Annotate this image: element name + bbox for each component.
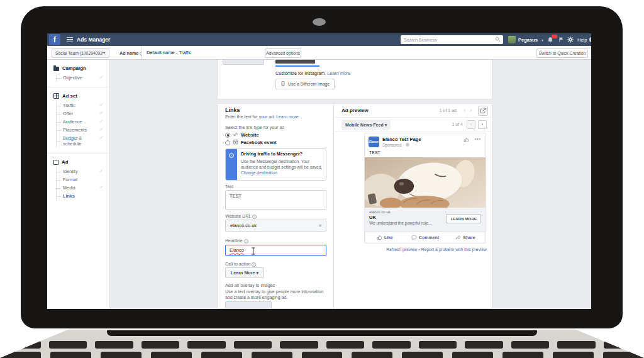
sidebar-section: Ad setTraffic✓Offer✓Audience✓Placements✓… [47, 87, 109, 153]
like-icon[interactable] [464, 137, 469, 144]
app-title: Ads Manager [77, 36, 110, 43]
ads-manager-screen: f Ads Manager Pegasus ▾ Help ? Social Te… [47, 33, 591, 309]
check-icon: ✓ [99, 127, 103, 133]
sidebar-item-offer[interactable]: Offer✓ [57, 109, 109, 118]
user-name[interactable]: Pegasus [518, 37, 538, 43]
chevron-down-icon: ▾ [103, 49, 105, 57]
sidebar-item-audience[interactable]: Audience✓ [57, 118, 109, 126]
sidebar-item-media[interactable]: Media✓ [57, 184, 109, 192]
share-preview-button[interactable] [478, 106, 488, 116]
hamburger-menu-icon[interactable] [67, 37, 73, 42]
cta-label: Call to action i [225, 262, 256, 267]
keyboard-key [604, 341, 642, 349]
next-page-button[interactable]: › [478, 120, 487, 129]
sidebar-section: CampaignObjective✓ [47, 60, 109, 87]
link-type-label: Select the link type for your ad [225, 125, 284, 130]
ad-name-input[interactable] [142, 46, 267, 59]
website-url-label: Website URL i [225, 214, 257, 219]
ad-name-label: Ad name i [119, 50, 144, 56]
user-avatar[interactable] [508, 36, 516, 43]
use-different-image-button[interactable]: Use a Different Image [275, 79, 335, 89]
keyboard-key [49, 341, 87, 349]
refresh-preview-link[interactable]: Refresh preview [386, 247, 417, 252]
chevron-down-icon: ▾ [257, 270, 259, 276]
sidebar-section: AdIdentity✓FormatMedia✓Links [47, 153, 109, 205]
headline-input[interactable]: Elanco [225, 245, 326, 256]
check-icon: ✓ [99, 135, 103, 147]
account-selector-label: Social Team (1002940926... [55, 49, 103, 57]
search-input[interactable] [401, 35, 503, 44]
info-icon: i [244, 239, 248, 243]
share-icon [455, 235, 461, 241]
learn-more-cta-button[interactable]: LEARN MORE [446, 214, 481, 223]
clear-icon[interactable]: ✕ [318, 220, 322, 231]
prev-page-button[interactable]: ‹ [467, 120, 475, 129]
prev-ad-chevron[interactable]: ‹ [464, 108, 465, 113]
sidebar-item-budget-schedule[interactable]: Budget & schedule✓ [57, 134, 109, 148]
post-primary-text: TEST [365, 148, 486, 157]
cta-dropdown[interactable]: Learn More ▾ [225, 267, 264, 278]
next-ad-chevron[interactable]: › [470, 108, 472, 113]
link-chain-icon [233, 131, 238, 138]
comment-button[interactable]: Comment [405, 232, 445, 243]
sidebar-item-identity[interactable]: Identity✓ [57, 167, 109, 176]
advanced-options-button[interactable]: Advanced options [265, 48, 301, 58]
keyboard-row [0, 341, 644, 349]
facebook-logo[interactable]: f [49, 34, 60, 45]
like-button[interactable]: Like [365, 232, 405, 243]
learn-more-link[interactable]: Learn more [327, 70, 350, 76]
check-icon: ✓ [99, 103, 103, 108]
radio-icon[interactable] [225, 140, 230, 145]
keyboard-key [101, 352, 142, 358]
image-thumbnail-button[interactable] [223, 60, 264, 65]
text-cursor-icon [251, 247, 255, 259]
sidebar-item-objective[interactable]: Objective✓ [57, 74, 109, 82]
switch-quick-creation-button[interactable]: Switch to Quick Creation [536, 48, 588, 58]
keyboard-key [252, 352, 292, 358]
sidebar-item-format[interactable]: Format [57, 176, 109, 184]
keyboard-key [95, 341, 133, 349]
settings-gear-icon[interactable] [567, 36, 574, 44]
more-options-icon[interactable]: ••• [475, 137, 481, 141]
keyboard-key [280, 341, 318, 349]
grid-icon [53, 93, 59, 99]
page-logo: Elanco [369, 137, 379, 147]
share-button[interactable]: Share [445, 232, 486, 243]
link-type-website[interactable]: Website [225, 131, 259, 138]
link-preview-bar[interactable]: elanco.co.uk UK We understand the powerf… [365, 208, 486, 232]
report-problem-link[interactable]: Report a problem with this preview [421, 247, 487, 252]
website-url-input[interactable]: elanco.co.uk ✕ [225, 220, 326, 232]
sidebar-item-links[interactable]: Links [57, 192, 109, 200]
sidebar-item-traffic[interactable]: Traffic✓ [57, 101, 109, 109]
flag-icon[interactable] [558, 36, 564, 44]
help-button[interactable]: Help [577, 37, 587, 43]
laptop-hinge-slot [107, 330, 537, 336]
change-destination-link[interactable]: Change destination [241, 171, 277, 175]
messenger-box-title: Driving traffic to Messenger? [241, 152, 324, 158]
check-icon: ✓ [99, 119, 103, 125]
info-icon: i [252, 215, 257, 219]
placement-dropdown[interactable]: Mobile News Feed ▾ [341, 120, 391, 130]
sidebar-section-header: Ad [47, 159, 109, 167]
account-selector[interactable]: Social Team (1002940926... ▾ [52, 48, 109, 58]
ad-text-input[interactable]: TEST [225, 190, 326, 210]
learn-more-link[interactable]: Learn more [276, 115, 299, 119]
laptop-mockup: f Ads Manager Pegasus ▾ Help ? Social Te… [0, 0, 644, 358]
search-icon [495, 36, 501, 43]
keyboard-key [326, 341, 365, 349]
customize-instagram-text: Customize for Instagram. Learn more [275, 70, 350, 76]
radio-selected-icon[interactable] [225, 133, 230, 138]
keyboard-key [511, 341, 550, 349]
overlay-button-cutoff[interactable] [225, 301, 272, 309]
phone-image-icon [280, 81, 286, 87]
top-nav: f Ads Manager Pegasus ▾ Help ? [47, 33, 591, 46]
secondary-toolbar: Social Team (1002940926... ▾ Ad name i A… [47, 46, 591, 60]
sidebar-item-placements[interactable]: Placements✓ [57, 126, 109, 134]
links-section-title: Links [225, 107, 240, 113]
links-subtitle: Enter the text for your ad. Learn more [225, 115, 299, 119]
link-type-facebook-event[interactable]: Facebook event [225, 139, 277, 146]
links-card: Links Enter the text for your ad. Learn … [217, 103, 492, 309]
selected-image-thumbnail[interactable] [275, 60, 315, 64]
page-name[interactable]: Elanco Test Page [382, 137, 421, 142]
folder-icon [53, 67, 59, 71]
